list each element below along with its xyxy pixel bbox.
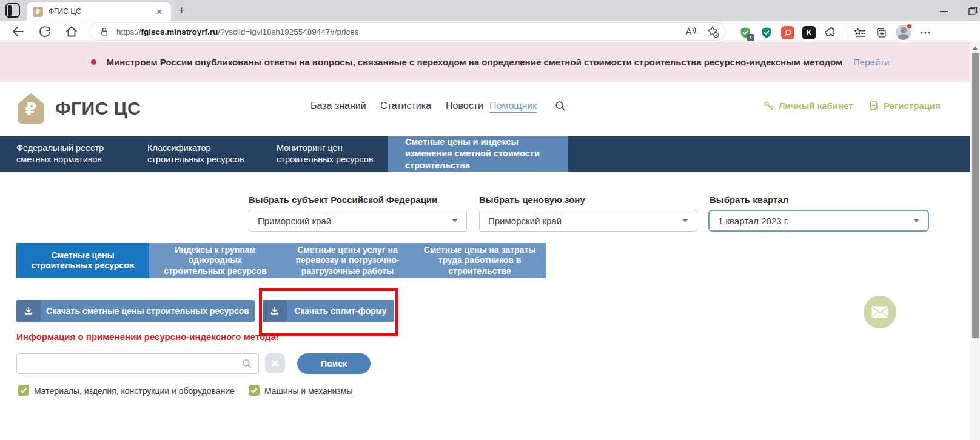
banner-text: Минстроем России опубликованы ответы на … (107, 57, 843, 67)
tab-groups-icon[interactable] (874, 26, 888, 39)
search-button[interactable]: Поиск (297, 353, 371, 374)
resource-index-notice[interactable]: Информация о применении ресурсно-индексн… (16, 332, 279, 342)
refresh-icon[interactable] (38, 24, 52, 39)
tab-title: ФГИС ЦС (49, 7, 153, 16)
mainnav-estimate-prices-active[interactable]: Сметные цены и индексы изменения сметной… (388, 136, 568, 172)
window-minimize-icon[interactable] (940, 11, 948, 12)
home-icon[interactable] (64, 24, 79, 39)
extension-red-icon[interactable] (781, 26, 794, 39)
page-scrollbar (970, 42, 980, 440)
mainnav-classifier[interactable]: Классификатор строительных ресурсов (147, 136, 257, 172)
toolbar-divider (845, 27, 845, 39)
price-zone-select[interactable]: Приморский край (479, 210, 697, 232)
nav-news[interactable]: Новости (446, 101, 483, 112)
logo-house-icon: ₽ (16, 93, 45, 124)
main-navigation-bar: Федеральный реестр сметных нормативов Кл… (0, 136, 980, 172)
lock-icon (98, 25, 110, 38)
envelope-icon (871, 306, 888, 318)
extension-shield-teal-icon[interactable] (760, 26, 773, 39)
back-icon[interactable] (11, 24, 25, 39)
tab-transport-services[interactable]: Сметные цены услуг на перевозку и погруз… (281, 243, 414, 278)
checkbox-machines-label[interactable]: Машины и механизмы (264, 386, 352, 396)
registration-link[interactable]: Регистрация (868, 100, 941, 112)
checkbox-materials-label[interactable]: Материалы, изделия, конструкции и оборуд… (34, 386, 235, 396)
personal-account-link[interactable]: Личный кабинет (763, 100, 853, 112)
feedback-mail-button[interactable] (864, 296, 896, 328)
add-favorite-icon[interactable] (706, 25, 719, 38)
download-prices-button[interactable]: Скачать сметные цены строительных ресурс… (16, 300, 255, 322)
download-split-form-button[interactable]: Скачать сплит-форму (263, 300, 394, 322)
scrollbar-thumb[interactable] (972, 53, 979, 338)
banner-link[interactable]: Перейти (853, 57, 889, 67)
tab-estimate-prices[interactable]: Сметные цены строительных ресурсов (16, 243, 149, 278)
banner-bullet-icon (91, 59, 96, 65)
filter-label-price-zone: Выбрать ценовую зону (479, 195, 585, 205)
nav-assistant[interactable]: Помощник (489, 101, 537, 113)
extensions-puzzle-icon[interactable] (824, 26, 837, 39)
tab-group-indexes[interactable]: Индексы к группам однородных строительны… (149, 243, 281, 278)
download-icon (263, 300, 287, 322)
register-doc-icon (868, 100, 879, 112)
key-icon (763, 100, 774, 112)
notification-dot (907, 24, 912, 29)
browser-tab-strip: ₽ ФГИС ЦС ✕ + (0, 0, 980, 21)
tab-labor-costs[interactable]: Сметные цены на затраты труда работников… (414, 243, 546, 278)
checkbox-materials[interactable] (18, 385, 29, 396)
nav-statistics[interactable]: Статистика (380, 101, 431, 112)
browser-tab[interactable]: ₽ ФГИС ЦС ✕ (27, 2, 171, 21)
site-favicon-icon: ₽ (33, 7, 43, 17)
checkbox-machines[interactable] (249, 385, 260, 396)
download-icon (16, 300, 41, 322)
site-logo[interactable]: ₽ ФГИС ЦС (16, 93, 141, 124)
quarter-select[interactable]: 1 квартал 2023 г. (708, 210, 929, 232)
clear-search-button[interactable] (265, 353, 285, 373)
browser-menu-icon[interactable] (919, 26, 932, 39)
nav-knowledge-base[interactable]: База знаний (310, 101, 366, 112)
chevron-down-icon (913, 219, 919, 222)
check-icon (20, 387, 27, 394)
mainnav-federal-register[interactable]: Федеральный реестр сметных нормативов (16, 136, 129, 172)
browser-toolbar: https://fgiscs.minstroyrf.ru/?ysclid=lgv… (0, 21, 980, 42)
url-text: https://fgiscs.minstroyrf.ru/?ysclid=lgv… (116, 27, 686, 36)
vertical-tabs-icon[interactable] (5, 3, 20, 18)
scrollbar-up-icon[interactable] (973, 46, 978, 50)
new-tab-button[interactable]: + (178, 2, 185, 18)
subject-select[interactable]: Приморский край (249, 210, 467, 232)
chevron-down-icon (682, 219, 688, 222)
filter-label-quarter: Выбрать квартал (710, 195, 788, 205)
check-icon (250, 387, 258, 394)
search-magnifier-icon (241, 358, 252, 369)
notification-banner: Минстроем России опубликованы ответы на … (0, 42, 980, 82)
header-search-icon[interactable] (554, 100, 566, 112)
search-input[interactable] (16, 353, 259, 374)
filter-label-subject: Выбрать субъект Российской Федерации (249, 195, 437, 205)
logo-text: ФГИС ЦС (55, 98, 141, 119)
window-restore-icon[interactable] (968, 6, 978, 16)
extension-k-icon[interactable]: K (802, 26, 816, 39)
svg-text:₽: ₽ (25, 99, 37, 118)
profile-avatar[interactable] (896, 25, 911, 40)
address-bar[interactable]: https://fgiscs.minstroyrf.ru/?ysclid=lgv… (90, 23, 725, 40)
extension-badge: 1 (747, 34, 754, 41)
chevron-down-icon (452, 219, 458, 222)
tab-close-icon[interactable]: ✕ (153, 6, 165, 18)
favorites-collections-icon[interactable] (853, 26, 867, 39)
read-aloud-icon[interactable]: A (686, 27, 697, 36)
extension-shield-green-icon[interactable]: 1 (739, 26, 752, 39)
mainnav-price-monitoring[interactable]: Мониторинг цен строительных ресурсов (277, 136, 380, 172)
site-header: ₽ ФГИС ЦС База знаний Статистика Новости… (0, 82, 980, 136)
